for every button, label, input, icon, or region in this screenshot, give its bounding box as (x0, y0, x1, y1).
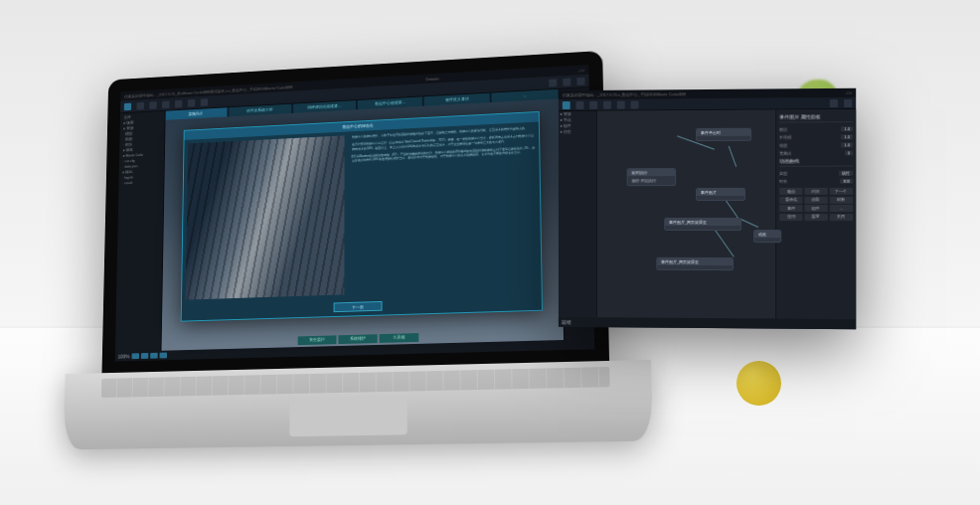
zoom-level[interactable]: 100% (118, 354, 130, 360)
prop-row: 宽高比0 (779, 148, 853, 156)
props-btn[interactable]: 刷新 (829, 196, 853, 203)
btab-maint[interactable]: 系统维护 (338, 334, 377, 344)
settings-icon[interactable] (563, 78, 571, 85)
node-wire (713, 227, 734, 256)
grid-icon[interactable] (631, 100, 639, 108)
project-tree-sidebar[interactable]: 文件 ▸ 场景 ▸ 资源 ▫ 模型 ▫ 贴图 ▫ 材质 ▸ 脚本 ▸ Monte… (115, 111, 166, 352)
window-close-icon[interactable]: × (850, 90, 852, 95)
laptop: 仿真实训课件编辑…_2017.9.25_黄sMonte Carlo调研测试版本.… (100, 50, 632, 451)
undo-icon[interactable] (149, 101, 156, 109)
props-header: 事件图片 属性面板 (779, 112, 853, 123)
next-page-button[interactable]: 下一页 (334, 301, 383, 312)
node-graph-canvas[interactable]: 事件单击时 延时执行 毫秒 开始执行 事件图片 事件图片_网页滚屏至 事件图片_… (597, 110, 775, 319)
props-button-grid: 融合 约束 下一个 重命名 拾取 刷新 事件 组件 … 应用 重置 关闭 (779, 188, 853, 221)
node-sidebar[interactable]: ▸ 资源 ▸ 节点 ▸ 组件 ▸ 历史 (559, 111, 597, 317)
props-btn[interactable]: 约束 (804, 188, 828, 195)
screen-bezel: 仿真实训课件编辑…_2017.9.25_黄sMonte Carlo调研测试版本.… (101, 51, 609, 375)
node-header: 事件图片 (697, 189, 744, 196)
fruit-decoration (736, 361, 781, 406)
redo-icon[interactable] (603, 100, 611, 108)
redo-icon[interactable] (162, 100, 169, 108)
ide-window-node-editor: 仿真实训课件编辑…_2017.9.25.x_数据中心_手稿0916Monte C… (559, 88, 856, 330)
cut-icon[interactable] (175, 99, 182, 107)
zoom-icon[interactable] (617, 100, 625, 108)
home-icon[interactable] (563, 101, 571, 109)
node-header: 动效 (754, 231, 780, 238)
status-chip-icon[interactable] (150, 353, 158, 359)
3d-viewport[interactable]: 实施简介 软件及系统工程 四种虚拟化超速算… 数据中心超速算… 硬件推介算法 …… (161, 89, 564, 351)
copy-icon[interactable] (188, 99, 195, 107)
node-wire (729, 146, 736, 167)
prop-row: 类型线性 (779, 169, 853, 177)
help-icon[interactable] (576, 77, 584, 84)
settings-icon[interactable] (844, 98, 852, 106)
node-image-evt[interactable]: 事件图片 (696, 188, 745, 201)
save-icon[interactable] (137, 101, 144, 109)
node-scroll-1[interactable]: 事件图片_网页滚屏至 (664, 218, 741, 231)
tree-item[interactable]: ▸ 历史 (559, 129, 596, 135)
titlebar-doc: 仿真实训课件编辑…_2017.9.25.x_数据中心_手稿0916Monte C… (563, 91, 687, 97)
play-icon[interactable] (830, 98, 838, 106)
props-btn[interactable]: 重命名 (779, 196, 803, 203)
window-close-icon[interactable]: × (582, 68, 584, 73)
bottom-pill-tabs: 安全监控 系统维护 工具箱 (298, 333, 419, 345)
ide-window-primary: 仿真实训课件编辑…_2017.9.25_黄sMonte Carlo调研测试版本.… (115, 65, 595, 361)
node-event-click[interactable]: 事件单击时 (696, 128, 751, 141)
props-btn[interactable]: 应用 (779, 214, 803, 221)
props-btn[interactable]: 事件 (779, 205, 803, 212)
trackpad (289, 395, 407, 436)
props-btn[interactable]: 拾取 (804, 196, 828, 203)
node-header: 延时执行 (628, 169, 676, 176)
node-header: 事件图片_网页滚屏至 (657, 258, 733, 265)
props-btn[interactable]: 关闭 (829, 214, 853, 221)
info-dialog: 数据中心的绿色化 数据中心的持续增长，为数字化经济的基础设施建设奠定了基石，但是… (181, 111, 543, 322)
prop-row: 时长300 (779, 177, 853, 185)
props-subheader: 动画曲线 (779, 156, 853, 166)
node-delay[interactable]: 延时执行 毫秒 开始执行 (627, 168, 676, 186)
btab-security[interactable]: 安全监控 (298, 335, 337, 345)
node-anim[interactable]: 动效 (753, 230, 781, 243)
dialog-text: 数据中心的持续增长，为数字化经济的基础设施建设奠定了基石，但是随之而来的，数据中… (348, 122, 542, 299)
paste-icon[interactable] (201, 98, 209, 106)
screen: 仿真实训课件编辑…_2017.9.25_黄sMonte Carlo调研测试版本.… (115, 65, 595, 361)
status-chip-icon[interactable] (131, 353, 139, 359)
props-btn[interactable]: 下一个 (829, 188, 853, 195)
search-icon[interactable] (549, 79, 557, 86)
props-btn[interactable]: … (829, 205, 853, 212)
node-scroll-2[interactable]: 事件图片_网页滚屏至 (656, 257, 734, 270)
btab-tools[interactable]: 工具箱 (380, 333, 419, 343)
tree-item[interactable]: ▫ result (120, 179, 161, 186)
status-chip-icon[interactable] (159, 353, 167, 359)
undo-icon[interactable] (589, 100, 597, 108)
props-btn[interactable]: 融合 (779, 188, 803, 195)
laptop-keyboard (64, 360, 653, 450)
props-btn[interactable]: 重置 (804, 214, 828, 221)
node-row: 毫秒 开始执行 (632, 178, 672, 183)
status-chip-icon[interactable] (141, 353, 149, 359)
save-icon[interactable] (576, 100, 584, 108)
datacenter-image (186, 135, 344, 299)
props-btn[interactable]: 组件 (804, 205, 828, 212)
status-text: 就绪 (562, 319, 572, 325)
node-header: 事件图片_网页滚屏至 (665, 219, 740, 226)
home-icon[interactable] (124, 102, 131, 110)
properties-panel[interactable]: 事件图片 属性面板 图层1.0 不透明1.0 缩放1.0 宽高比0 动画曲线 类… (775, 109, 856, 319)
node-header: 事件单击时 (697, 129, 750, 136)
